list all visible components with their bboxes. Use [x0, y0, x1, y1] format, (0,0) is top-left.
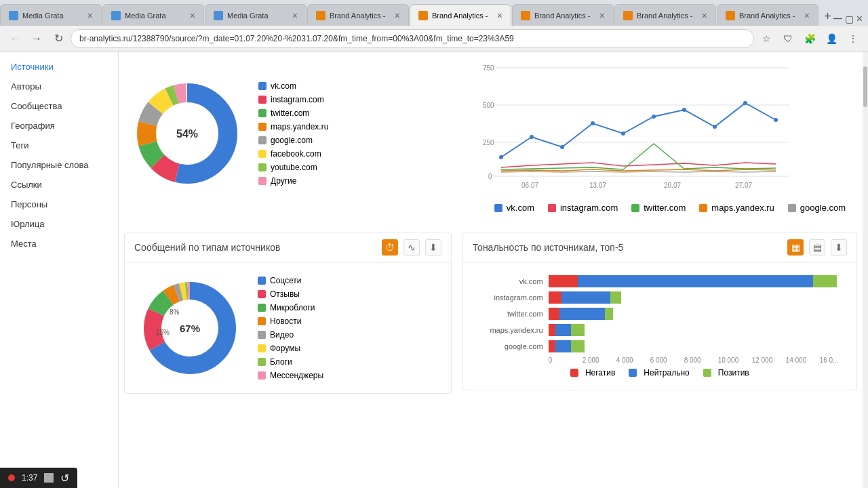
window-close-button[interactable]: ×: [856, 13, 863, 25]
sidebar-item-geography[interactable]: География: [0, 116, 118, 136]
bar-chart-icon-button[interactable]: ▦: [787, 239, 804, 256]
table-icon-button[interactable]: ▤: [809, 239, 825, 256]
bookmark-button[interactable]: ☆: [757, 29, 776, 48]
hbar-track-vkcom: [549, 275, 846, 287]
tab-2[interactable]: Media Grata ×: [102, 4, 204, 26]
hbar-neu-vkcom: [578, 275, 812, 287]
tonality-card-container: Тональность по источникам, топ-5 ▦ ▤ ⬇: [462, 232, 857, 390]
x-label-8000: 8 000: [684, 357, 718, 364]
tab-2-close[interactable]: ×: [190, 10, 195, 21]
hbar-pos-instagram: [610, 291, 621, 304]
sidebar-item-persons[interactable]: Персоны: [0, 195, 118, 214]
reset-button[interactable]: ↺: [60, 472, 69, 485]
hbar-neu-google: [555, 340, 572, 352]
tab-5-favicon: [418, 11, 428, 20]
donut-center-label: 54%: [176, 128, 198, 140]
svg-point-23: [560, 145, 564, 149]
hbar-pos-maps: [571, 324, 585, 336]
tab-8[interactable]: Brand Analytics - ×: [717, 4, 818, 26]
tab-7[interactable]: Brand Analytics - ×: [614, 4, 716, 26]
tab-3[interactable]: Media Grata ×: [205, 4, 307, 26]
legend-dot-vkcom: [258, 82, 267, 90]
back-button[interactable]: ←: [5, 29, 24, 48]
tonality-download-button[interactable]: ⬇: [831, 239, 847, 256]
sidebar-item-places[interactable]: Места: [0, 234, 118, 253]
hbar-pos-vkcom: [813, 275, 837, 287]
tab-2-label: Media Grata: [125, 12, 186, 20]
clock-icon-button[interactable]: ⏱: [382, 239, 398, 256]
tonality-card-header: Тональность по источникам, топ-5 ▦ ▤ ⬇: [463, 232, 856, 263]
hbar-label-instagram: instagram.com: [474, 293, 549, 302]
messages-card-title: Сообщений по типам источников: [134, 242, 280, 253]
tab-5-close[interactable]: ×: [497, 10, 502, 21]
tab-1-favicon: [9, 11, 18, 20]
messages-card-actions: ⏱ ∿ ⬇: [382, 239, 441, 256]
trend-icon-button[interactable]: ∿: [403, 239, 420, 256]
reload-button[interactable]: ↻: [49, 29, 68, 48]
legend-dot-twitter: [258, 109, 267, 117]
tab-5[interactable]: Brand Analytics - ×: [410, 4, 511, 26]
scrollbar-thumb[interactable]: [863, 66, 867, 107]
vertical-scrollbar[interactable]: [863, 52, 868, 488]
legend-dot-others: [258, 177, 267, 185]
new-tab-button[interactable]: +: [822, 7, 833, 26]
tonality-legend: Негатив Нейтрально Позитив: [474, 364, 846, 382]
legend-news: Новости: [258, 317, 323, 326]
svg-text:20.07: 20.07: [664, 182, 681, 189]
tab-4-close[interactable]: ×: [395, 10, 400, 21]
tonality-x-axis: 0 2 000 4 000 6 000 8 000 10 000 12 000 …: [474, 357, 846, 364]
sidebar-item-communities[interactable]: Сообщества: [0, 96, 118, 116]
forward-button[interactable]: →: [27, 29, 46, 48]
tab-1-close[interactable]: ×: [87, 10, 93, 21]
hbar-track-twitter: [549, 308, 616, 320]
legend-dot-socsets: [258, 277, 266, 285]
x-label-4000: 4 000: [616, 357, 650, 364]
x-label-2000: 2 000: [583, 357, 616, 364]
svg-text:13.07: 13.07: [589, 182, 606, 189]
svg-point-24: [591, 121, 595, 125]
hbar-label-maps: maps.yandex.ru: [474, 326, 549, 334]
tab-1[interactable]: Media Grata ×: [0, 4, 102, 26]
menu-button[interactable]: ⋮: [844, 29, 863, 48]
recording-dot: [8, 474, 15, 481]
download-icon-button[interactable]: ⬇: [425, 239, 441, 256]
legend-instagram: instagram.com: [258, 95, 328, 104]
tab-8-label: Brand Analytics -: [739, 12, 800, 20]
svg-point-28: [713, 125, 717, 129]
legend-dot-blogs: [258, 358, 266, 366]
hbar-maps: maps.yandex.ru: [474, 324, 846, 336]
tab-6[interactable]: Brand Analytics - ×: [512, 4, 614, 26]
extensions-button[interactable]: 🧩: [800, 29, 819, 48]
tab-4[interactable]: Brand Analytics - ×: [307, 4, 409, 26]
profile-button[interactable]: 👤: [822, 29, 841, 48]
sidebar-item-authors[interactable]: Авторы: [0, 77, 118, 96]
svg-text:750: 750: [483, 64, 494, 72]
sidebar-item-legal[interactable]: Юрлица: [0, 214, 118, 234]
tab-3-close[interactable]: ×: [292, 10, 298, 21]
sidebar-item-popular-words[interactable]: Популярные слова: [0, 155, 118, 175]
tab-7-close[interactable]: ×: [702, 10, 707, 21]
hbar-vkcom: vk.com: [474, 275, 846, 287]
bottom-donut-center: 67%: [180, 323, 200, 334]
tab-2-favicon: [111, 11, 121, 20]
tab-6-close[interactable]: ×: [599, 10, 605, 21]
sidebar-item-sources[interactable]: Источники: [0, 57, 118, 77]
address-bar[interactable]: br-analytics.ru/12388790/source/?m_date=…: [71, 29, 754, 48]
tab-8-close[interactable]: ×: [804, 10, 810, 21]
maximize-button[interactable]: ▢: [845, 14, 854, 24]
sidebar-item-tags[interactable]: Теги: [0, 136, 118, 155]
tab-3-favicon: [214, 11, 223, 20]
hbar-track-google: [549, 340, 586, 352]
content-area: Источники Авторы Сообщества География Те…: [0, 52, 868, 488]
stop-button[interactable]: [44, 473, 54, 483]
tab-8-favicon: [726, 11, 735, 20]
svg-text:8%: 8%: [170, 308, 180, 316]
sidebar-item-links[interactable]: Ссылки: [0, 175, 118, 195]
hbar-track-instagram: [549, 291, 623, 304]
tonality-card: Тональность по источникам, топ-5 ▦ ▤ ⬇: [457, 226, 863, 399]
hbar-pos-twitter: [605, 308, 614, 320]
main-panel: 54% vk.com instagram.com: [119, 52, 863, 488]
legend-video: Видео: [258, 330, 323, 340]
svg-text:15%: 15%: [156, 329, 170, 336]
minimize-button[interactable]: ─: [833, 12, 842, 26]
